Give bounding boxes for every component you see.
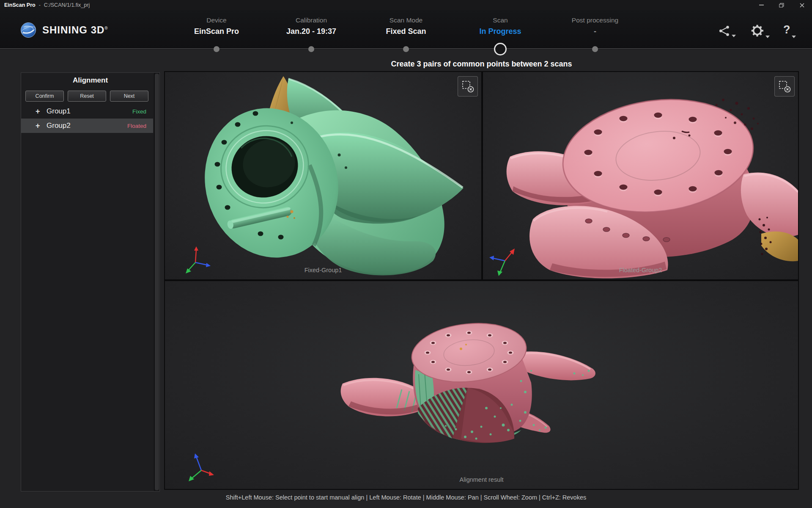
title-separator: - — [39, 2, 41, 8]
restore-icon — [779, 3, 784, 8]
step-scan[interactable]: Scan In Progress — [479, 16, 521, 36]
step-value: EinScan Pro — [194, 27, 239, 36]
group-status-badge: Floated — [127, 123, 146, 129]
app-title: EinScan Pro — [4, 2, 36, 8]
panel-title: Alignment — [21, 75, 159, 85]
group-name: Group1 — [47, 107, 71, 116]
step-value: Fixed Scan — [386, 27, 426, 36]
brand-name: SHINING 3D — [42, 24, 104, 36]
step-value: - — [572, 27, 618, 36]
viewport-fixed-group1[interactable]: Fixed-Group1 — [165, 72, 482, 280]
alignment-buttons: Confirm Reset Next — [21, 91, 153, 102]
confirm-button[interactable]: Confirm — [25, 91, 64, 102]
step-indicator-scan-current — [494, 43, 507, 55]
deselect-icon — [778, 80, 791, 93]
next-button[interactable]: Next — [110, 91, 148, 102]
step-indicator-calibration — [308, 46, 314, 52]
titlebar: EinScan Pro - C:/SCAN/1/1.fix_prj — [0, 0, 812, 10]
step-post-processing[interactable]: Post processing - — [572, 16, 618, 36]
step-device[interactable]: Device EinScan Pro — [194, 16, 239, 36]
instruction-text: Create 3 pairs of common points between … — [165, 59, 798, 69]
window-controls — [751, 0, 812, 10]
group-tree: + Group1 Fixed + Group2 Floated — [21, 104, 153, 133]
question-mark-icon: ? — [783, 23, 790, 36]
viewport-label: Alignment result — [165, 476, 798, 483]
step-label: Device — [194, 16, 239, 25]
brand-logo — [20, 22, 36, 40]
share-network-icon — [718, 25, 731, 37]
gear-icon — [750, 24, 764, 38]
settings-button[interactable] — [750, 24, 764, 38]
group-status-badge: Fixed — [132, 108, 146, 115]
status-bar: Shift+Left Mouse: Select point to start … — [0, 494, 812, 501]
step-value: In Progress — [479, 27, 521, 36]
brand-text: SHINING 3D® — [42, 24, 108, 36]
globe-icon — [20, 22, 36, 38]
mesh-fixed-group1 — [165, 72, 482, 280]
restore-button[interactable] — [771, 0, 792, 10]
reset-button[interactable]: Reset — [68, 91, 106, 102]
step-label: Calibration — [286, 16, 336, 25]
step-value: Jan.20 - 19:37 — [286, 27, 336, 36]
deselect-icon — [461, 80, 474, 93]
help-button[interactable]: ? — [783, 23, 790, 36]
close-button[interactable] — [792, 0, 812, 10]
registered-mark: ® — [104, 26, 108, 30]
tree-item-group1[interactable]: + Group1 Fixed — [21, 104, 153, 119]
step-indicator-device — [214, 46, 219, 52]
share-button[interactable] — [718, 25, 731, 37]
viewport-label: Floated-Group2 — [483, 267, 798, 273]
help-dropdown-caret-icon[interactable] — [792, 36, 796, 38]
step-label: Scan — [479, 16, 521, 25]
viewport-label: Fixed-Group1 — [165, 267, 481, 273]
step-indicator-post-processing — [592, 46, 598, 52]
step-scan-mode[interactable]: Scan Mode Fixed Scan — [386, 16, 426, 36]
group-name: Group2 — [47, 121, 71, 130]
step-label: Post processing — [572, 16, 618, 25]
settings-dropdown-caret-icon[interactable] — [765, 36, 770, 38]
minimize-icon — [759, 5, 764, 6]
mesh-floated-group2 — [483, 72, 798, 280]
tree-item-group2[interactable]: + Group2 Floated — [21, 119, 153, 133]
expand-icon[interactable]: + — [36, 121, 44, 130]
close-icon — [800, 3, 804, 8]
expand-icon[interactable]: + — [36, 107, 44, 116]
mesh-alignment-result — [165, 281, 798, 489]
viewport-floated-group2[interactable]: Floated-Group2 — [483, 72, 798, 280]
step-indicator-scan-mode — [403, 46, 409, 52]
clear-selection-button[interactable] — [774, 76, 795, 97]
panel-scrollbar[interactable] — [154, 73, 159, 491]
alignment-panel: Alignment Confirm Reset Next + Group1 Fi… — [21, 72, 160, 491]
file-path: C:/SCAN/1/1.fix_prj — [44, 2, 90, 8]
step-label: Scan Mode — [386, 16, 426, 25]
viewport-alignment-result[interactable]: Alignment result — [165, 281, 798, 489]
clear-selection-button[interactable] — [458, 76, 478, 97]
minimize-button[interactable] — [751, 0, 771, 10]
step-calibration[interactable]: Calibration Jan.20 - 19:37 — [286, 16, 336, 36]
scrollbar-thumb[interactable] — [155, 74, 159, 490]
share-dropdown-caret-icon[interactable] — [732, 35, 736, 37]
